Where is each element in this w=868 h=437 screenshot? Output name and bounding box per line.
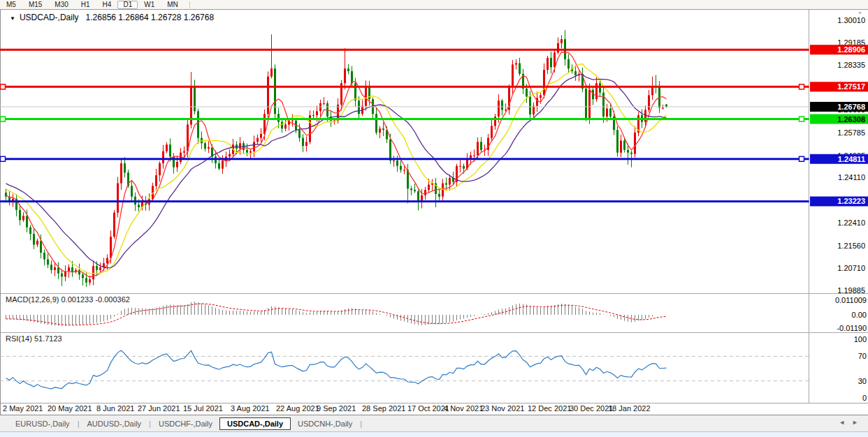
tab-eurusd-daily[interactable]: EURUSD-,Daily [8,417,77,430]
tab-usdcad-daily[interactable]: USDCAD-,Daily [219,417,291,430]
svg-text:1.24811: 1.24811 [838,155,865,163]
svg-text:1.26768: 1.26768 [837,103,865,111]
svg-text:20 May 2021: 20 May 2021 [48,404,92,413]
svg-text:17 Oct 2021: 17 Oct 2021 [407,404,449,413]
price-badge-1.26308: 1.26308 [810,114,868,124]
svg-text:1.23223: 1.23223 [837,197,865,205]
line-anchor[interactable] [800,156,804,161]
tab-scroll-left-icon[interactable]: ◄ [839,419,852,426]
ma-12-line [6,64,667,274]
svg-text:1.28335: 1.28335 [837,61,865,69]
svg-text:100: 100 [854,335,867,343]
line-anchor[interactable] [1,156,6,161]
svg-text:1.24110: 1.24110 [838,173,865,182]
svg-text:30: 30 [858,377,867,385]
status-bar [0,431,868,437]
svg-text:1.21560: 1.21560 [837,242,865,250]
svg-text:1.28906: 1.28906 [837,45,865,54]
price-badge-1.28906: 1.28906 [810,45,868,54]
macd-histogram [6,302,667,326]
timeframe-button-h4[interactable]: H4 [96,1,118,9]
svg-text:70: 70 [858,352,867,360]
price-badge-1.26768: 1.26768 [810,102,868,112]
svg-text:3 Aug 2021: 3 Aug 2021 [231,404,270,413]
macd-axis-labels: 0.0110090.00-0.01190 [835,296,867,332]
chart-corner-marker-icon[interactable]: ▼ [858,10,862,15]
line-anchor[interactable] [1,117,6,121]
tab-usdcnh-daily[interactable]: USDCNH-,Daily [291,417,359,430]
svg-text:0: 0 [862,394,867,402]
line-anchor[interactable] [800,84,804,89]
svg-text:9 Sep 2021: 9 Sep 2021 [317,404,356,413]
rsi-axis-labels: 10070300 [854,335,867,402]
price-badge-1.23223: 1.23223 [810,196,868,206]
svg-text:12 Dec 2021: 12 Dec 2021 [528,404,571,413]
line-anchor[interactable] [1,84,6,89]
svg-text:1.30010: 1.30010 [837,16,865,24]
svg-text:22 Aug 2021: 22 Aug 2021 [276,404,319,413]
svg-text:0.011009: 0.011009 [835,296,867,304]
ma-21-line [6,75,667,268]
tab-usdchf-daily[interactable]: USDCHF-,Daily [152,417,219,430]
price-badge-1.27517: 1.27517 [810,82,868,91]
timeframe-button-d1[interactable]: D1 [117,1,138,9]
chart-window: 1.274851.266601.249351.232601.300101.291… [0,9,868,415]
timeframe-button-mn[interactable]: MN [161,1,185,9]
svg-text:30 Dec 2021: 30 Dec 2021 [570,404,613,413]
svg-text:1.19885: 1.19885 [837,286,865,295]
svg-text:8 Jun 2021: 8 Jun 2021 [96,404,134,413]
tab-separator: | [359,420,363,428]
tab-scroll-right-icon[interactable]: ► [852,419,865,426]
svg-text:23 Nov 2021: 23 Nov 2021 [481,404,524,413]
svg-text:1.22410: 1.22410 [837,218,865,227]
svg-text:1.26308: 1.26308 [837,115,865,124]
timeframe-button-m30[interactable]: M30 [48,1,74,9]
date-axis-labels: 2 May 202120 May 20218 Jun 202127 Jun 20… [3,404,651,413]
macd-signal-line [6,304,667,325]
svg-text:27 Jun 2021: 27 Jun 2021 [138,404,180,413]
price-badge-1.24811: 1.24811 [810,154,868,164]
svg-text:2 May 2021: 2 May 2021 [3,404,43,413]
svg-text:28 Sep 2021: 28 Sep 2021 [362,404,405,413]
timeframe-button-w1[interactable]: W1 [138,1,161,9]
line-anchor[interactable] [800,117,804,121]
timeframe-button-m5[interactable]: M5 [0,1,22,9]
svg-text:1.27517: 1.27517 [837,82,865,91]
svg-text:-0.01190: -0.01190 [837,324,867,332]
timeframe-toolbar: M5 M15 M30 H1 H4 D1 W1 MN [0,0,868,10]
chart-tab-strip: EURUSD-,Daily| AUDUSD-,Daily| USDCHF-,Da… [0,415,868,432]
timeframe-button-m15[interactable]: M15 [22,1,48,9]
svg-text:15 Jul 2021: 15 Jul 2021 [183,404,223,413]
svg-text:18 Jan 2022: 18 Jan 2022 [608,404,651,413]
tab-audusd-daily[interactable]: AUDUSD-,Daily [80,417,148,430]
svg-text:4 Nov 2021: 4 Nov 2021 [444,404,483,413]
timeframe-button-h1[interactable]: H1 [75,1,96,9]
svg-text:0.00: 0.00 [852,311,867,319]
toolbar-separator [189,1,190,8]
svg-text:1.25785: 1.25785 [837,128,865,137]
price-chart-canvas[interactable]: 1.274851.266601.249351.232601.300101.291… [0,9,868,415]
svg-text:1.20710: 1.20710 [837,264,865,272]
